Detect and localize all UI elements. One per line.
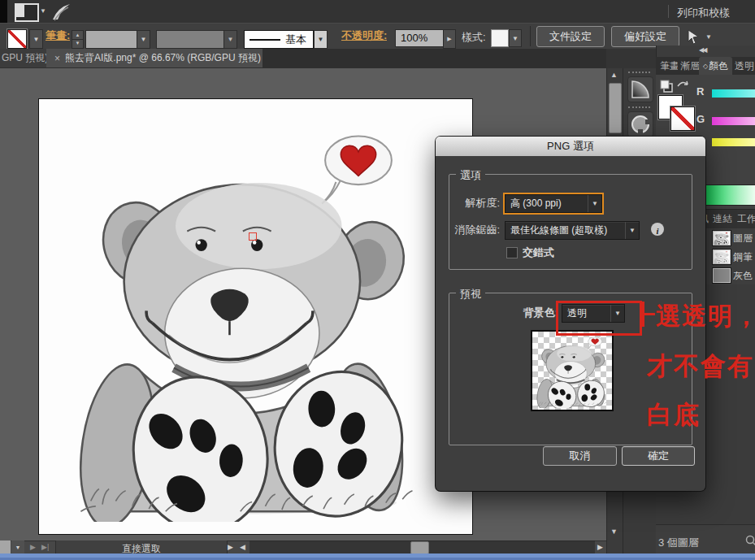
zoom-level-box[interactable]: [0, 540, 11, 553]
scroll-down-icon[interactable]: ▼: [610, 528, 618, 536]
options-group: 選項 解析度: 高 (300 ppi) ▼ 消除鋸齒: 最佳化線條圖 (超取樣)…: [449, 174, 692, 270]
layer-name: 鋼筆: [733, 250, 754, 264]
style-caret-icon[interactable]: ▼: [509, 29, 522, 47]
last-artboard-icon[interactable]: ▶|: [41, 543, 49, 551]
red-slider-track[interactable]: [712, 89, 755, 98]
stroke-weight-caret-icon[interactable]: ▼: [137, 30, 150, 49]
gradient-panel-icon: [628, 77, 653, 102]
collapse-panels-icon[interactable]: ◀◀: [699, 47, 705, 54]
antialias-info-icon[interactable]: i: [651, 223, 664, 236]
antialias-caret-icon: ▼: [625, 222, 639, 239]
caret-glyph: ▼: [512, 35, 519, 42]
panel-grip[interactable]: [628, 72, 650, 73]
resolution-caret-icon: ▼: [588, 195, 601, 212]
selection-caret-icon[interactable]: ▼: [705, 34, 712, 41]
antialias-label: 消除鋸齒:: [443, 224, 500, 237]
caret-glyph: ▼: [33, 36, 40, 43]
artboard[interactable]: [38, 98, 473, 535]
dialog-title-bar[interactable]: PNG 選項: [436, 137, 705, 156]
caret-glyph: ▼: [141, 36, 147, 43]
panel-grip[interactable]: [628, 106, 650, 108]
info-glyph: i: [656, 226, 658, 236]
fill-swatch-caret-icon[interactable]: ▼: [29, 29, 43, 49]
illustrator-window: ▼ 列印和校樣 ▼ 筆畫: ▲ ▼ ▼ ▼ 基本 ▼ 不透明度: 100% ▶ …: [0, 0, 755, 560]
panel-tab-artboards[interactable]: 工作: [737, 210, 755, 228]
interlaced-checkbox[interactable]: [506, 247, 518, 258]
stepper-down-icon[interactable]: ▼: [72, 39, 83, 47]
opacity-caret-icon[interactable]: ▶: [443, 29, 456, 49]
interlaced-label: 交錯式: [523, 246, 554, 259]
menu-separator: [668, 5, 669, 18]
horizontal-scroll-thumb[interactable]: [410, 541, 429, 554]
caret-glyph: ▼: [15, 545, 21, 550]
hscroll-left-icon[interactable]: ◀: [240, 543, 245, 551]
document-setup-button[interactable]: 文件設定: [536, 26, 605, 47]
opacity-link-label[interactable]: 不透明度:: [341, 30, 387, 41]
arrange-windows-caret-icon[interactable]: ▼: [40, 8, 46, 15]
stroke-weight-stepper[interactable]: ▲ ▼: [72, 30, 84, 49]
stroke-link-label[interactable]: 筆畫:: [46, 30, 70, 41]
layer-thumbnail: [713, 268, 731, 283]
blue-slider-track[interactable]: [712, 138, 755, 146]
resolution-value: 高 (300 ppi): [506, 195, 588, 212]
opacity-value-field[interactable]: 100%: [395, 29, 444, 47]
brush-stroke-preview: [249, 39, 280, 41]
preview-group-label: 預視: [456, 287, 485, 302]
ok-button[interactable]: 確定: [622, 446, 695, 466]
selection-anchor-marker: [249, 232, 257, 241]
panel-tab-color-active[interactable]: ◇ 顏色: [699, 57, 732, 75]
shape-panel-tile[interactable]: [627, 111, 653, 137]
swap-colors-icon[interactable]: [676, 78, 689, 89]
layer-count-label: 3 個圖層: [658, 536, 699, 550]
arrange-windows-icon[interactable]: [15, 3, 39, 22]
prev-artboard-icon[interactable]: ▶: [30, 543, 36, 551]
isolate-selection-icon[interactable]: [686, 28, 702, 45]
panel-tab-transparency[interactable]: 透明: [735, 57, 755, 75]
cancel-button[interactable]: 取消: [543, 446, 617, 466]
preview-bear-image: [534, 333, 610, 408]
green-slider-track[interactable]: [712, 117, 755, 125]
default-colors-icon[interactable]: [659, 79, 674, 93]
background-document-tab[interactable]: GPU 預視): [0, 49, 47, 67]
brush-name: 基本: [285, 33, 306, 47]
caret-glyph: ▼: [318, 36, 324, 43]
fill-none-swatch[interactable]: [7, 29, 27, 49]
workspace-switcher[interactable]: 列印和校樣: [677, 6, 730, 20]
panel-tab-links[interactable]: 連結: [713, 210, 735, 228]
layer-name: 圖層: [733, 232, 754, 245]
brush-caret-icon[interactable]: ▼: [314, 30, 328, 49]
width-profile-dropdown[interactable]: [156, 30, 224, 49]
resolution-dropdown[interactable]: 高 (300 ppi) ▼: [505, 194, 602, 213]
style-label: 樣式:: [462, 31, 486, 44]
zoom-tool-icon[interactable]: [745, 535, 755, 546]
stepper-up-icon[interactable]: ▲: [72, 31, 83, 39]
touch-pen-icon[interactable]: [50, 2, 72, 21]
scroll-up-icon[interactable]: ▲: [610, 72, 618, 79]
brush-definition-dropdown[interactable]: 基本: [244, 30, 314, 49]
style-swatch[interactable]: [491, 29, 509, 47]
width-profile-caret-icon[interactable]: ▼: [223, 30, 237, 49]
menu-bar: [0, 0, 755, 23]
status-menu-icon[interactable]: ▶: [228, 543, 233, 551]
active-document-tab[interactable]: × 熊去背AI版.png* @ 66.67% (RGB/GPU 預視): [46, 49, 263, 67]
tab-close-icon[interactable]: ×: [54, 54, 60, 63]
status-tool-display[interactable]: 直接選取: [55, 540, 228, 553]
stroke-color-swatch[interactable]: [670, 106, 695, 131]
zoom-caret-icon[interactable]: ▼: [11, 540, 24, 553]
antialias-dropdown[interactable]: 最佳化線條圖 (超取樣) ▼: [505, 221, 640, 240]
control-separator: [530, 26, 531, 46]
layer-thumbnail: [713, 250, 731, 264]
stroke-weight-dropdown[interactable]: [85, 30, 137, 49]
teddy-bear-illustration: [66, 115, 432, 522]
vertical-scroll-thumb[interactable]: [609, 83, 622, 133]
green-slider-label: G: [696, 113, 705, 125]
gradient-panel-tile[interactable]: [627, 76, 653, 102]
panel-tab-gradient[interactable]: 漸層: [680, 57, 699, 75]
dialog-title: PNG 選項: [547, 140, 594, 152]
transparency-preview-thumbnail: [531, 330, 614, 411]
options-group-label: 選項: [456, 168, 485, 183]
layer-thumbnail: [713, 231, 731, 245]
preferences-button[interactable]: 偏好設定: [611, 26, 679, 47]
hscroll-right-icon[interactable]: ▶: [597, 543, 603, 551]
panel-tab-stroke[interactable]: 筆畫: [660, 57, 678, 75]
